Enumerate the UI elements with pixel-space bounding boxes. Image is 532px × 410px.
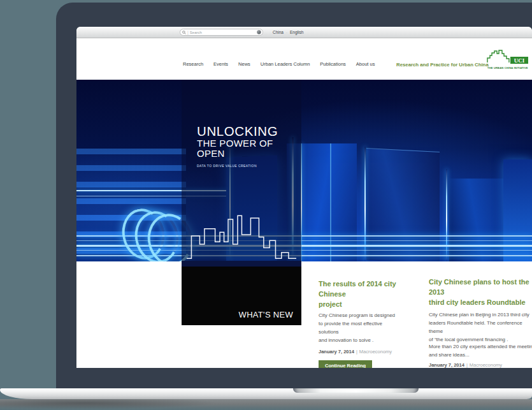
hero-title-line1: UNLOCKING [197,124,301,138]
nav-item-about-us[interactable]: About us [356,61,375,67]
hero-overlay-panel: UNLOCKING THE POWER OF OPEN DATA TO DRIV… [182,80,301,267]
laptop-base [0,388,532,399]
article-title[interactable]: City Chinese plans to host the 2013 thir… [429,277,532,308]
whats-new-label: WHAT'S NEW [239,310,293,319]
article-title[interactable]: The results of 2014 city Chinese project [319,279,419,310]
whats-new-panel: WHAT'S NEW [182,267,301,325]
article-meta: January 7, 2014 | Macroeconomy [319,349,392,355]
article-date: January 7, 2014 [319,349,354,355]
article-body: City Chinese plan in Beijing in 2013 thi… [429,311,532,344]
laptop-thumb-groove [293,388,419,393]
search-icon [182,31,186,34]
laptop-screen: | China · English Research Events News U… [76,27,532,368]
uci-logo[interactable]: UCI THE URBAN CHINA INITIATIVE [486,48,531,71]
nav-item-research[interactable]: Research [183,61,203,67]
hero-light-streak [446,169,447,261]
laptop-shadow [0,399,532,410]
meta-separator: | [356,349,357,355]
article-meta: January 7, 2014 | Macroeconomy [429,362,502,368]
logo-name: THE URBAN CHINA INITIATIVE [487,66,528,70]
lang-separator: · [286,31,287,34]
hero-subtitle: DATA TO DRIVE VALUE CREATION [197,164,301,168]
brand-tagline: Research and Practice for Urban China [396,62,489,68]
search-input[interactable] [190,31,247,34]
lang-china-link[interactable]: China [273,30,284,34]
nav-item-events[interactable]: Events [213,61,228,67]
skyline-outline-icon [187,209,296,261]
language-switcher: China · English [273,27,303,38]
article-category-link[interactable]: Macroeconomy [359,349,392,355]
logo-skyline-icon [487,50,509,62]
main-nav: Research Events News Urban Leaders Colum… [183,61,375,67]
hero-banner [76,80,532,261]
browser-toolbar: | China · English [76,27,532,38]
hero-light-streak [364,147,366,261]
search-divider: | [187,30,189,34]
hero-building-4 [449,179,510,261]
article-date: January 7, 2014 [429,362,464,368]
search-bar[interactable]: | [180,29,263,36]
nav-item-publications[interactable]: Publications [320,61,345,67]
article-body-2: More than 20 city experts attended the m… [429,343,532,360]
nav-item-urban-leaders-column[interactable]: Urban Leaders Column [261,61,310,67]
continue-reading-button[interactable]: Continue Reading [319,360,372,368]
logo-acronym: UCI [514,57,525,64]
article-category-link[interactable]: Macroeconomy [470,362,502,368]
nav-item-news[interactable]: News [238,61,250,67]
lang-english-link[interactable]: English [290,30,303,34]
search-go-button[interactable] [257,30,261,34]
article-body: City Chinese program is designed to prov… [319,312,417,345]
article-cta-wrap: Continue Reading [319,358,372,368]
hero-title-line2: THE POWER OF OPEN [197,138,301,159]
hero-title-block: UNLOCKING THE POWER OF OPEN DATA TO DRIV… [197,124,301,168]
meta-separator: | [466,362,468,368]
